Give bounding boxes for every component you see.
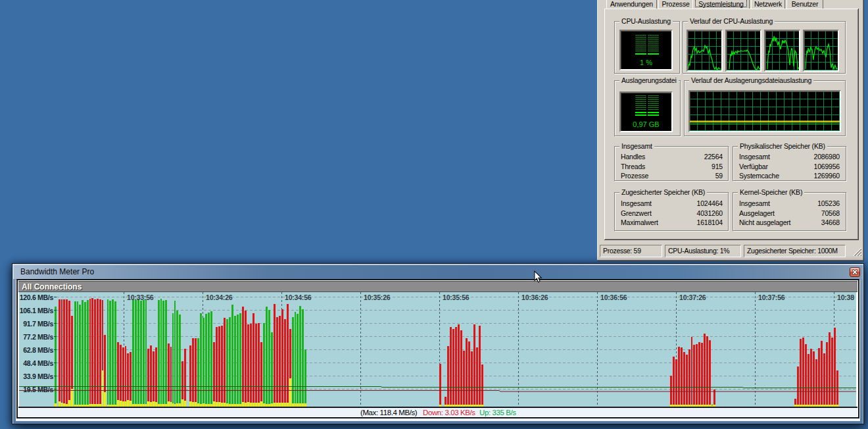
svg-text:10:37:56: 10:37:56 xyxy=(758,293,785,301)
svg-text:33.9 MB/s: 33.9 MB/s xyxy=(23,372,53,380)
svg-text:10:34:26: 10:34:26 xyxy=(206,293,233,301)
svg-text:62.8 MB/s: 62.8 MB/s xyxy=(23,346,53,354)
svg-text:10:34:56: 10:34:56 xyxy=(285,293,312,301)
svg-text:10:33:56: 10:33:56 xyxy=(127,293,154,301)
svg-text:91.7 MB/s: 91.7 MB/s xyxy=(23,320,53,328)
svg-text:10:36:56: 10:36:56 xyxy=(600,293,627,301)
svg-text:10:37:26: 10:37:26 xyxy=(679,293,706,301)
svg-text:19.5 MB/s: 19.5 MB/s xyxy=(23,386,53,393)
svg-text:77.2 MB/s: 77.2 MB/s xyxy=(23,333,53,341)
svg-text:10:35:56: 10:35:56 xyxy=(443,293,470,301)
svg-text:120.6 MB/s: 120.6 MB/s xyxy=(20,293,54,301)
svg-text:10:35:26: 10:35:26 xyxy=(364,293,391,301)
svg-text:10:36:26: 10:36:26 xyxy=(521,293,548,301)
svg-text:48.4 MB/s: 48.4 MB/s xyxy=(23,359,53,367)
svg-text:10:38: 10:38 xyxy=(837,293,854,301)
svg-text:106.1 MB/s: 106.1 MB/s xyxy=(20,307,54,315)
